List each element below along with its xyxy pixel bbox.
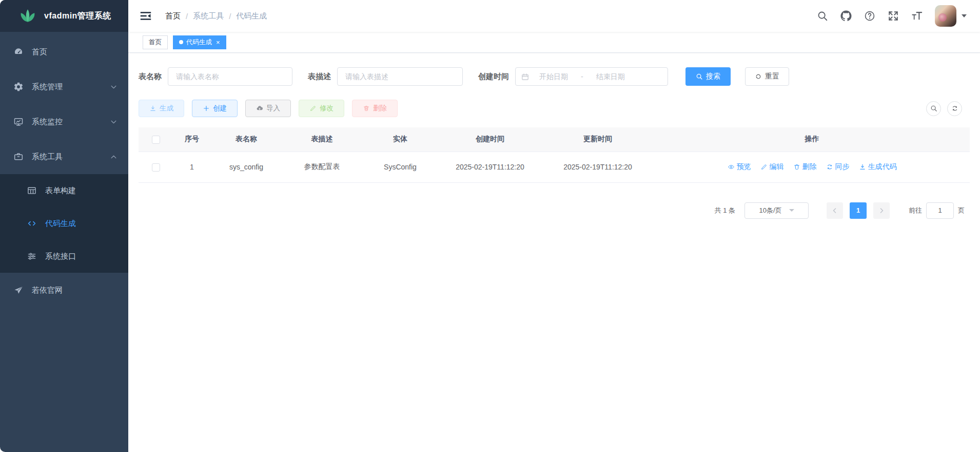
sidebar-item-label: 系统管理 [32, 82, 63, 92]
header-updated: 更新时间 [541, 127, 654, 152]
sidebar-menu: 首页 系统管理 系统监控 [0, 32, 128, 452]
help-icon[interactable] [864, 10, 875, 22]
sidebar-item-system-api[interactable]: 系统接口 [0, 240, 128, 273]
sidebar-toggle-icon[interactable] [140, 10, 152, 22]
user-dropdown[interactable] [935, 5, 967, 27]
search-form: 表名称 表描述 创建时间 - [139, 67, 970, 86]
row-checkbox[interactable] [152, 163, 160, 172]
breadcrumb-system-tools: 系统工具 [193, 11, 224, 21]
edit-button[interactable]: 修改 [299, 100, 344, 117]
header-entity: 实体 [362, 127, 439, 152]
eye-icon [728, 163, 735, 171]
pencil-icon [760, 163, 768, 171]
tag-label: 代码生成 [186, 38, 212, 47]
page-number-1[interactable]: 1 [850, 202, 867, 219]
chevron-down-icon [110, 119, 117, 125]
delete-button[interactable]: 删除 [352, 100, 398, 117]
search-button[interactable]: 搜索 [685, 67, 731, 86]
preview-link-label: 预览 [737, 162, 751, 172]
navbar-actions [817, 5, 967, 27]
form-item-create-time: 创建时间 - [478, 67, 668, 86]
app-title: vfadmin管理系统 [44, 11, 111, 22]
cell-index: 1 [173, 152, 210, 182]
sidebar-item-system-manage[interactable]: 系统管理 [0, 69, 128, 104]
main-area: 首页 / 系统工具 / 代码生成 [128, 0, 980, 452]
cell-created: 2025-02-19T11:12:20 [439, 152, 541, 182]
sidebar-item-form-builder[interactable]: 表单构建 [0, 174, 128, 207]
start-date-input[interactable] [532, 72, 576, 81]
header-created: 创建时间 [439, 127, 541, 152]
table-name-input[interactable] [168, 67, 292, 86]
goto-page-input[interactable] [926, 202, 954, 219]
sidebar-item-system-monitor[interactable]: 系统监控 [0, 104, 128, 139]
calendar-icon [521, 72, 530, 81]
goto-page: 前往 页 [909, 202, 965, 219]
import-button[interactable]: 导入 [245, 100, 291, 117]
user-avatar[interactable] [935, 5, 956, 27]
breadcrumb-home[interactable]: 首页 [165, 11, 181, 21]
code-icon [27, 218, 37, 229]
sidebar-item-label: 首页 [32, 47, 47, 57]
sync-link[interactable]: 同步 [826, 162, 850, 172]
edit-link[interactable]: 编辑 [760, 162, 784, 172]
sidebar-item-label: 表单构建 [45, 186, 76, 196]
next-page-button[interactable] [873, 202, 890, 219]
plant-logo-icon [18, 7, 37, 25]
sidebar-item-official-site[interactable]: 若依官网 [0, 273, 128, 308]
reset-button[interactable]: 重置 [745, 67, 789, 86]
chevron-left-icon [832, 208, 838, 214]
page-size-select[interactable]: 10条/页 [744, 202, 809, 219]
create-button[interactable]: 创建 [192, 100, 238, 117]
pagination: 共 1 条 10条/页 1 前往 页 [139, 202, 970, 219]
search-icon[interactable] [817, 10, 828, 22]
delete-link[interactable]: 删除 [793, 162, 817, 172]
generate-button[interactable]: 生成 [139, 100, 184, 117]
table-header-row: 序号 表名称 表描述 实体 创建时间 更新时间 操作 [139, 127, 970, 152]
sidebar-item-system-tools[interactable]: 系统工具 [0, 139, 128, 174]
header-table-desc: 表描述 [282, 127, 362, 152]
tag-home[interactable]: 首页 [143, 35, 168, 49]
toggle-search-button[interactable] [926, 101, 941, 116]
active-tag-dot-icon [179, 40, 183, 44]
create-button-label: 创建 [213, 104, 227, 113]
tag-code-generation[interactable]: 代码生成 × [173, 35, 226, 49]
fullscreen-icon[interactable] [888, 10, 899, 22]
tags-view-bar: 首页 代码生成 × [128, 32, 980, 53]
preview-link[interactable]: 预览 [728, 162, 751, 172]
page-unit-label: 页 [958, 206, 965, 215]
sidebar-item-label: 代码生成 [45, 219, 76, 229]
header-operations: 操作 [654, 127, 970, 152]
sidebar-item-label: 系统工具 [32, 152, 63, 162]
refresh-table-button[interactable] [947, 101, 962, 116]
total-count: 共 1 条 [715, 206, 735, 215]
table-desc-input[interactable] [337, 67, 463, 86]
sidebar: vfadmin管理系统 首页 系统管理 [0, 0, 128, 452]
github-icon[interactable] [840, 10, 852, 22]
reset-button-label: 重置 [765, 72, 779, 81]
sidebar-item-home[interactable]: 首页 [0, 34, 128, 69]
app-logo[interactable]: vfadmin管理系统 [0, 0, 128, 32]
sidebar-submenu-tools: 表单构建 代码生成 系统接口 [0, 174, 128, 273]
date-range-picker[interactable]: - [515, 67, 668, 86]
select-all-checkbox[interactable] [152, 136, 160, 144]
form-item-table-desc: 表描述 [308, 67, 463, 86]
font-size-icon[interactable] [911, 10, 923, 22]
prev-page-button[interactable] [827, 202, 843, 219]
header-table-name: 表名称 [210, 127, 282, 152]
search-button-label: 搜索 [706, 72, 720, 81]
date-range-separator: - [578, 72, 586, 81]
chevron-up-icon [110, 154, 117, 160]
table-name-label: 表名称 [139, 72, 162, 82]
paper-plane-icon [13, 285, 24, 295]
edit-button-label: 修改 [320, 104, 334, 113]
end-date-input[interactable] [589, 72, 633, 81]
sync-link-label: 同步 [835, 162, 850, 172]
sidebar-item-code-generation[interactable]: 代码生成 [0, 207, 128, 240]
app-window: vfadmin管理系统 首页 系统管理 [0, 0, 980, 452]
chevron-down-icon [789, 209, 794, 212]
generate-code-link[interactable]: 生成代码 [859, 162, 897, 172]
create-time-label: 创建时间 [478, 72, 509, 82]
table-row: 1 sys_config 参数配置表 SysConfig 2025-02-19T… [139, 152, 970, 182]
close-icon[interactable]: × [216, 39, 220, 46]
import-button-label: 导入 [266, 104, 280, 113]
